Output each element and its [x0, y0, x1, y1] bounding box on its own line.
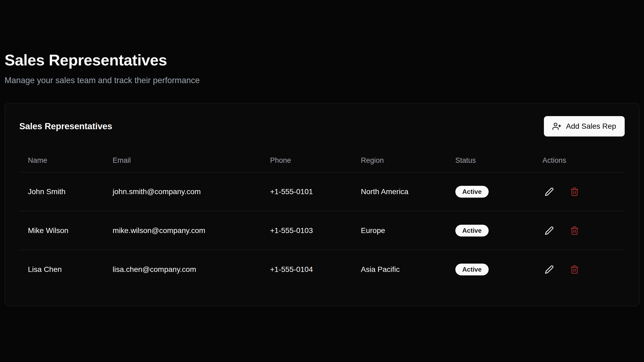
- cell-email: john.smith@company.com: [104, 172, 262, 211]
- cell-actions: [534, 172, 625, 211]
- cell-phone: +1-555-0104: [261, 250, 352, 289]
- delete-button[interactable]: [568, 185, 581, 198]
- trash-icon: [570, 226, 579, 235]
- delete-button[interactable]: [568, 224, 581, 237]
- cell-actions: [534, 211, 625, 250]
- pencil-icon: [545, 226, 554, 235]
- cell-phone: +1-555-0103: [261, 211, 352, 250]
- cell-status: Active: [447, 250, 534, 289]
- table-row: John Smith john.smith@company.com +1-555…: [19, 172, 625, 211]
- pencil-icon: [545, 187, 554, 196]
- column-header-email: Email: [104, 152, 262, 172]
- column-header-name: Name: [19, 152, 104, 172]
- status-badge: Active: [455, 186, 489, 198]
- cell-status: Active: [447, 172, 534, 211]
- page: Sales Representatives Manage your sales …: [0, 0, 644, 306]
- add-sales-rep-button[interactable]: Add Sales Rep: [544, 116, 625, 136]
- cell-name: John Smith: [19, 172, 104, 211]
- status-badge: Active: [455, 225, 489, 237]
- page-subtitle: Manage your sales team and track their p…: [5, 76, 639, 85]
- column-header-phone: Phone: [261, 152, 352, 172]
- table-row: Mike Wilson mike.wilson@company.com +1-5…: [19, 211, 625, 250]
- delete-button[interactable]: [568, 263, 581, 276]
- cell-region: Europe: [352, 211, 447, 250]
- edit-button[interactable]: [543, 263, 556, 276]
- card-header: Sales Representatives Add Sales Rep: [19, 116, 625, 136]
- table-row: Lisa Chen lisa.chen@company.com +1-555-0…: [19, 250, 625, 289]
- pencil-icon: [545, 265, 554, 274]
- cell-name: Mike Wilson: [19, 211, 104, 250]
- status-badge: Active: [455, 264, 489, 275]
- cell-email: mike.wilson@company.com: [104, 211, 262, 250]
- column-header-region: Region: [352, 152, 447, 172]
- cell-phone: +1-555-0101: [261, 172, 352, 211]
- column-header-status: Status: [447, 152, 534, 172]
- page-title: Sales Representatives: [5, 0, 639, 69]
- cell-status: Active: [447, 211, 534, 250]
- edit-button[interactable]: [543, 224, 556, 237]
- card-title: Sales Representatives: [19, 121, 112, 131]
- edit-button[interactable]: [543, 185, 556, 198]
- cell-email: lisa.chen@company.com: [104, 250, 262, 289]
- sales-reps-table: Name Email Phone Region Status Actions J…: [19, 152, 625, 289]
- table-header-row: Name Email Phone Region Status Actions: [19, 152, 625, 172]
- cell-region: North America: [352, 172, 447, 211]
- cell-actions: [534, 250, 625, 289]
- sales-reps-card: Sales Representatives Add Sales Rep: [5, 103, 639, 306]
- column-header-actions: Actions: [534, 152, 625, 172]
- add-sales-rep-label: Add Sales Rep: [566, 122, 616, 131]
- cell-name: Lisa Chen: [19, 250, 104, 289]
- user-plus-icon: [552, 122, 561, 131]
- trash-icon: [570, 187, 579, 196]
- cell-region: Asia Pacific: [352, 250, 447, 289]
- trash-icon: [570, 265, 579, 274]
